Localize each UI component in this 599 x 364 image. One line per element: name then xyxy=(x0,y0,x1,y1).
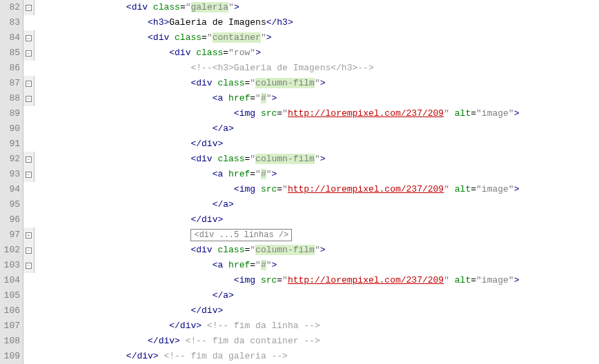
line-number: 83 xyxy=(0,15,23,30)
fold-summary[interactable]: <div ...5 linhas /> xyxy=(190,229,292,241)
line-number: 94 xyxy=(0,182,23,197)
code-content[interactable]: <div class="galeria"> xyxy=(35,0,239,15)
line-number: 85 xyxy=(0,46,23,61)
code-content[interactable]: </div> <!-- fim da galeria --> xyxy=(35,349,288,364)
fold-collapse-icon[interactable]: − xyxy=(26,35,32,41)
line-number: 89 xyxy=(0,106,23,121)
fold-collapse-icon[interactable]: − xyxy=(26,96,32,102)
code-content[interactable]: <a href="#"> xyxy=(35,258,277,273)
fold-collapse-icon[interactable]: − xyxy=(26,81,32,87)
fold-collapse-icon[interactable]: − xyxy=(26,172,32,178)
code-line[interactable]: 95 </a> xyxy=(0,197,599,212)
code-line[interactable]: 97+ <div ...5 linhas /> xyxy=(0,228,599,243)
code-line[interactable]: 108 </div> <!-- fim da container --> xyxy=(0,334,599,349)
code-content[interactable]: </div> <!-- fim da linha --> xyxy=(35,318,320,334)
line-number: 103 xyxy=(0,258,23,273)
code-content[interactable]: </div> <!-- fim da container --> xyxy=(35,334,320,349)
line-number: 105 xyxy=(0,288,23,303)
code-line[interactable]: 93− <a href="#"> xyxy=(0,167,599,182)
line-number: 104 xyxy=(0,273,23,288)
code-line[interactable]: 92− <div class="column-film"> xyxy=(0,152,599,167)
code-line[interactable]: 82− <div class="galeria"> xyxy=(0,0,599,15)
code-content[interactable]: <h3>Galeria de Imagens</h3> xyxy=(35,15,293,30)
code-content[interactable]: <img src="http://lorempixel.com/237/209"… xyxy=(35,182,519,197)
fold-gutter: − xyxy=(23,0,35,15)
code-line[interactable]: 87− <div class="column-film"> xyxy=(0,76,599,91)
code-content[interactable]: <img src="http://lorempixel.com/237/209"… xyxy=(35,106,519,121)
code-content[interactable]: <a href="#"> xyxy=(35,167,277,182)
code-line[interactable]: 90 </a> xyxy=(0,121,599,136)
fold-collapse-icon[interactable]: − xyxy=(26,247,32,254)
code-line[interactable]: 88− <a href="#"> xyxy=(0,91,599,106)
code-content[interactable]: </div> xyxy=(35,303,223,318)
fold-gutter: − xyxy=(23,243,35,258)
line-number: 84 xyxy=(0,30,23,46)
fold-gutter: − xyxy=(23,167,35,182)
fold-gutter: − xyxy=(23,76,35,91)
code-line[interactable]: 83 <h3>Galeria de Imagens</h3> xyxy=(0,15,599,30)
code-line[interactable]: 96 </div> xyxy=(0,212,599,228)
fold-gutter: + xyxy=(23,228,35,243)
code-line[interactable]: 104 <img src="http://lorempixel.com/237/… xyxy=(0,273,599,288)
line-number: 97 xyxy=(0,228,23,243)
code-content[interactable]: <div class="column-film"> xyxy=(35,152,326,167)
fold-collapse-icon[interactable]: − xyxy=(26,50,32,57)
code-line[interactable]: 102− <div class="column-film"> xyxy=(0,243,599,258)
code-content[interactable]: <div class="container"> xyxy=(35,30,272,46)
line-number: 107 xyxy=(0,318,23,334)
code-editor[interactable]: 82− <div class="galeria">83 <h3>Galeria … xyxy=(0,0,599,364)
code-line[interactable]: 84− <div class="container"> xyxy=(0,30,599,46)
line-number: 96 xyxy=(0,212,23,228)
line-number: 88 xyxy=(0,91,23,106)
fold-collapse-icon[interactable]: − xyxy=(26,263,32,269)
line-number: 91 xyxy=(0,136,23,152)
line-number: 108 xyxy=(0,334,23,349)
line-number: 106 xyxy=(0,303,23,318)
line-number: 109 xyxy=(0,349,23,364)
code-line[interactable]: 106 </div> xyxy=(0,303,599,318)
code-line[interactable]: 103− <a href="#"> xyxy=(0,258,599,273)
line-number: 92 xyxy=(0,152,23,167)
code-line[interactable]: 89 <img src="http://lorempixel.com/237/2… xyxy=(0,106,599,121)
fold-collapse-icon[interactable]: − xyxy=(26,5,32,11)
fold-collapse-icon[interactable]: − xyxy=(26,156,32,163)
code-content[interactable]: </a> xyxy=(35,121,234,136)
line-number: 90 xyxy=(0,121,23,136)
code-content[interactable]: <img src="http://lorempixel.com/237/209"… xyxy=(35,273,519,288)
line-number: 82 xyxy=(0,0,23,15)
code-line[interactable]: 91 </div> xyxy=(0,136,599,152)
code-line[interactable]: 85− <div class="row"> xyxy=(0,46,599,61)
code-content[interactable]: <a href="#"> xyxy=(35,91,277,106)
code-content[interactable]: </div> xyxy=(35,136,223,152)
fold-gutter: − xyxy=(23,152,35,167)
code-line[interactable]: 105 </a> xyxy=(0,288,599,303)
code-content[interactable]: </div> xyxy=(35,212,223,228)
line-number: 95 xyxy=(0,197,23,212)
code-content[interactable]: <div class="row"> xyxy=(35,46,261,61)
code-line[interactable]: 94 <img src="http://lorempixel.com/237/2… xyxy=(0,182,599,197)
line-number: 87 xyxy=(0,76,23,91)
line-number: 102 xyxy=(0,243,23,258)
code-line[interactable]: 107 </div> <!-- fim da linha --> xyxy=(0,318,599,334)
fold-expand-icon[interactable]: + xyxy=(26,232,32,239)
code-content[interactable]: <div class="column-film"> xyxy=(35,76,326,91)
fold-gutter: − xyxy=(23,30,35,46)
code-content[interactable]: <!--<h3>Galeria de Imagens</h3>--> xyxy=(35,61,374,76)
fold-gutter: − xyxy=(23,258,35,273)
line-number: 93 xyxy=(0,167,23,182)
fold-gutter: − xyxy=(23,91,35,106)
code-content[interactable]: </a> xyxy=(35,288,234,303)
fold-gutter: − xyxy=(23,46,35,61)
code-line[interactable]: 109 </div> <!-- fim da galeria --> xyxy=(0,349,599,364)
code-content[interactable]: <div ...5 linhas /> xyxy=(35,228,292,243)
code-content[interactable]: </a> xyxy=(35,197,234,212)
code-content[interactable]: <div class="column-film"> xyxy=(35,243,326,258)
code-line[interactable]: 86 <!--<h3>Galeria de Imagens</h3>--> xyxy=(0,61,599,76)
line-number: 86 xyxy=(0,61,23,76)
